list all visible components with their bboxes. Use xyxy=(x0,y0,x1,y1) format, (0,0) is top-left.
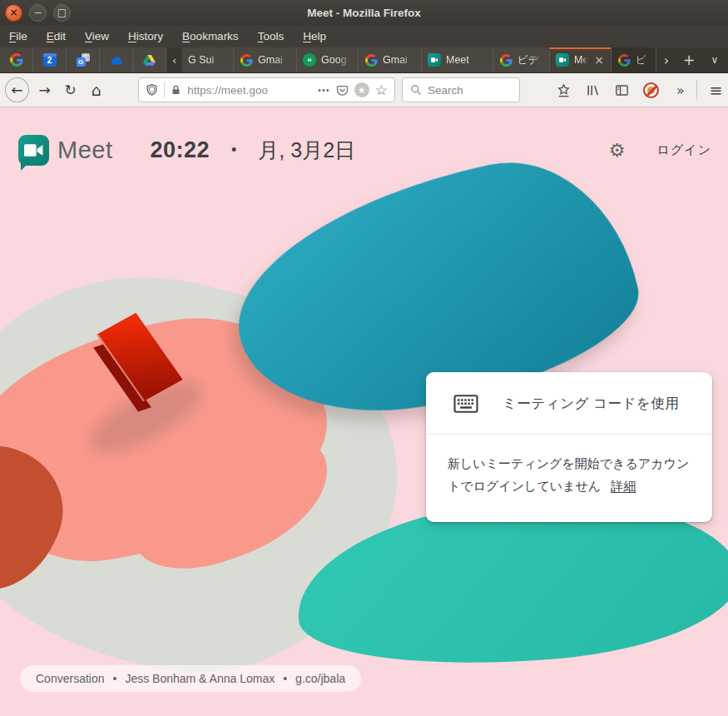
minimize-window-button[interactable]: − xyxy=(29,4,47,22)
tab-scroll-right-button[interactable]: › xyxy=(656,47,676,72)
translate-icon: 文 G xyxy=(77,53,90,67)
keyboard-icon xyxy=(453,393,478,415)
list-all-tabs-button[interactable]: ∨ xyxy=(701,47,728,72)
menu-tools[interactable]: Tools xyxy=(258,30,285,42)
tab-gsuite[interactable]: G Sui xyxy=(182,47,234,72)
google-icon xyxy=(499,53,513,67)
meet-icon xyxy=(556,53,569,67)
google-icon xyxy=(240,53,253,67)
drive-icon xyxy=(143,53,156,67)
tab-gmail-1[interactable]: Gmai xyxy=(234,47,297,72)
caption-label: Conversation xyxy=(36,672,105,685)
image-caption: Conversation • Jess Bonham & Anna Lomax … xyxy=(20,665,361,692)
tracking-protection-shield-icon[interactable] xyxy=(146,83,158,97)
pocket-icon[interactable] xyxy=(336,84,349,97)
tab-meet-active[interactable]: Me × xyxy=(550,47,612,72)
pinned-tab-drive[interactable] xyxy=(133,47,166,72)
titlebar: × − □ Meet - Mozilla Firefox xyxy=(0,0,728,25)
lock-icon xyxy=(171,84,181,96)
caption-names: Jess Bonham & Anna Lomax xyxy=(125,672,275,685)
window-controls: × − □ xyxy=(5,4,71,22)
google-icon xyxy=(364,53,378,67)
meeting-code-card: ミーティング コードを使用 新しいミーティングを開始できるアカウントでログインし… xyxy=(426,372,712,522)
menubar: File Edit View History Bookmarks Tools H… xyxy=(0,25,728,47)
caption-bullet: • xyxy=(283,672,287,685)
caption-bullet: • xyxy=(113,672,117,685)
gear-icon[interactable]: ⚙ xyxy=(609,140,626,161)
use-meeting-code-button[interactable]: ミーティング コードを使用 xyxy=(426,372,712,434)
meet-logo-icon xyxy=(18,135,49,166)
tab-bar: 2 文 G ‹ G Sui Gmai xyxy=(0,47,728,73)
menu-file[interactable]: File xyxy=(9,30,27,42)
header-dot: • xyxy=(231,142,236,159)
forward-button[interactable]: → xyxy=(32,77,57,102)
search-bar[interactable] xyxy=(402,77,520,102)
calendar-icon: 2 xyxy=(43,53,57,67)
firefox-window: × − □ Meet - Mozilla Firefox File Edit V… xyxy=(0,0,728,716)
menu-history[interactable]: History xyxy=(128,30,163,42)
tab-gmail-2[interactable]: Gmai xyxy=(359,47,422,72)
meet-icon xyxy=(428,53,441,67)
tab-scroll-left-button[interactable]: ‹ xyxy=(166,47,182,72)
hangouts-icon: “ xyxy=(303,53,316,67)
menu-bookmarks[interactable]: Bookmarks xyxy=(182,30,239,42)
details-link[interactable]: 詳細 xyxy=(611,479,636,493)
menu-icon[interactable]: ≡ xyxy=(704,81,728,99)
onedrive-icon xyxy=(110,53,123,67)
reload-button[interactable]: ↻ xyxy=(58,77,82,102)
meet-header: Meet 20:22 • 月, 3月2日 ⚙ ログイン xyxy=(18,132,711,167)
google-icon xyxy=(617,53,631,67)
search-input[interactable] xyxy=(428,84,511,97)
tab-hangouts[interactable]: “ Goog xyxy=(297,47,359,72)
toolbar-icons: » xyxy=(553,79,691,101)
login-button[interactable]: ログイン xyxy=(657,142,711,158)
overflow-menu-icon[interactable]: » xyxy=(670,79,691,101)
sidebar-icon[interactable] xyxy=(612,79,633,101)
tab-video-1[interactable]: ビデ xyxy=(493,47,550,72)
close-window-button[interactable]: × xyxy=(5,4,22,22)
pinned-tab-translate[interactable]: 文 G xyxy=(67,47,100,72)
urlbar-divider xyxy=(164,82,165,97)
url-bar[interactable]: https://meet.goo ••• ★ ☆ xyxy=(138,77,395,102)
google-icon xyxy=(10,53,23,67)
brand-name: Meet xyxy=(57,137,112,164)
back-button[interactable]: ← xyxy=(5,77,29,102)
home-button[interactable]: ⌂ xyxy=(84,77,108,102)
page-actions-icon[interactable]: ••• xyxy=(318,85,330,95)
current-time: 20:22 xyxy=(150,137,210,163)
menu-edit[interactable]: Edit xyxy=(47,30,66,42)
maximize-window-button[interactable]: □ xyxy=(53,4,71,22)
toolbar-divider xyxy=(696,80,697,100)
menu-view[interactable]: View xyxy=(85,30,109,42)
card-body: 新しいミーティングを開始できるアカウントでログインしていません詳細 xyxy=(426,435,712,522)
url-text[interactable]: https://meet.goo xyxy=(187,84,312,97)
navigation-toolbar: ← → ↻ ⌂ https://meet.goo ••• ★ ☆ xyxy=(0,73,728,107)
pinned-tab-google[interactable] xyxy=(0,47,33,72)
caption-url: g.co/jbala xyxy=(295,672,345,685)
pinned-tab-onedrive[interactable] xyxy=(100,47,133,72)
tab-video-2[interactable]: ビ xyxy=(612,47,656,72)
current-date: 月, 3月2日 xyxy=(258,137,355,164)
pinned-tab-calendar[interactable]: 2 xyxy=(33,47,67,72)
bookmark-star-icon[interactable]: ☆ xyxy=(375,82,388,98)
library-icon[interactable] xyxy=(582,79,604,101)
search-icon xyxy=(410,84,422,96)
bookmarks-menu-icon[interactable] xyxy=(553,79,575,101)
blocked-extension-icon[interactable] xyxy=(641,79,662,101)
close-tab-icon[interactable]: × xyxy=(593,53,605,67)
menu-help[interactable]: Help xyxy=(303,30,326,42)
card-title: ミーティング コードを使用 xyxy=(503,395,679,413)
page-content: Meet 20:22 • 月, 3月2日 ⚙ ログイン ミーティング コードを使… xyxy=(0,107,728,716)
extension-circle-star-icon[interactable]: ★ xyxy=(354,82,369,97)
new-tab-button[interactable]: + xyxy=(676,47,701,72)
tab-meet-1[interactable]: Meet xyxy=(422,47,493,72)
window-title: Meet - Mozilla Firefox xyxy=(0,7,728,19)
